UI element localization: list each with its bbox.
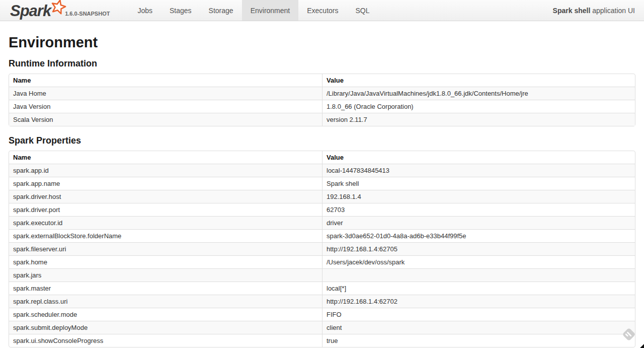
- runtime-information-table: NameValueJava Home/Library/Java/JavaVirt…: [9, 74, 635, 126]
- name-cell: spark.executor.id: [9, 216, 322, 229]
- spark-logo: Spark: [10, 4, 65, 19]
- value-cell: local-1447834845413: [322, 164, 635, 177]
- section-title-spark-properties: Spark Properties: [9, 135, 635, 146]
- name-cell: spark.app.id: [9, 164, 322, 177]
- tab-environment[interactable]: Environment: [242, 0, 299, 21]
- name-cell: Scala Version: [9, 113, 322, 126]
- spark-version-label: 1.6.0-SNAPSHOT: [65, 11, 110, 19]
- spark-brand-link[interactable]: Spark 1.6.0-SNAPSHOT: [10, 0, 110, 21]
- value-cell: 1.8.0_66 (Oracle Corporation): [322, 100, 635, 113]
- value-cell: driver: [322, 216, 635, 229]
- table-row: spark.driver.host192.168.1.4: [9, 190, 635, 203]
- table-header-row: NameValue: [9, 151, 635, 164]
- value-cell: version 2.11.7: [322, 113, 635, 126]
- name-cell: spark.master: [9, 282, 322, 295]
- table-row: spark.repl.class.urihttp://192.168.1.4:6…: [9, 295, 635, 308]
- table-row: Scala Versionversion 2.11.7: [9, 113, 635, 126]
- column-header-name[interactable]: Name: [9, 74, 322, 87]
- name-cell: spark.home: [9, 255, 322, 268]
- spark-star-icon: [50, 0, 67, 16]
- value-cell: local[*]: [322, 282, 635, 295]
- table-row: spark.fileserver.urihttp://192.168.1.4:6…: [9, 242, 635, 255]
- table-row: Java Version1.8.0_66 (Oracle Corporation…: [9, 100, 635, 113]
- feedly-mini-icon[interactable]: [621, 327, 636, 342]
- name-cell: spark.ui.showConsoleProgress: [9, 334, 322, 347]
- spark-logo-text: Spark: [10, 2, 51, 20]
- column-header-value[interactable]: Value: [322, 74, 635, 87]
- application-title: Spark shell application UI: [553, 7, 635, 15]
- value-cell: FIFO: [322, 308, 635, 321]
- name-cell: spark.driver.host: [9, 190, 322, 203]
- tab-storage[interactable]: Storage: [200, 0, 242, 21]
- tab-executors[interactable]: Executors: [298, 0, 347, 21]
- value-cell: /Users/jacek/dev/oss/spark: [322, 255, 635, 268]
- name-cell: spark.jars: [9, 268, 322, 282]
- top-navbar: Spark 1.6.0-SNAPSHOT Jobs Stages Storage…: [0, 0, 644, 21]
- application-name: Spark shell: [553, 7, 591, 15]
- value-cell: http://192.168.1.4:62702: [322, 295, 635, 308]
- name-cell: spark.repl.class.uri: [9, 295, 322, 308]
- column-header-name[interactable]: Name: [9, 151, 322, 164]
- table-row: spark.externalBlockStore.folderNamespark…: [9, 229, 635, 242]
- value-cell: http://192.168.1.4:62705: [322, 242, 635, 255]
- table-header-row: NameValue: [9, 74, 635, 87]
- value-cell: spark-3d0ae652-01d0-4a8a-ad6b-e33b44f99f…: [322, 229, 635, 242]
- value-cell: Spark shell: [322, 177, 635, 190]
- table-row: spark.app.idlocal-1447834845413: [9, 164, 635, 177]
- table-row: spark.scheduler.modeFIFO: [9, 308, 635, 321]
- name-cell: spark.fileserver.uri: [9, 242, 322, 255]
- table-row: spark.home/Users/jacek/dev/oss/spark: [9, 255, 635, 268]
- tab-sql[interactable]: SQL: [347, 0, 378, 21]
- table-row: spark.submit.deployModeclient: [9, 321, 635, 334]
- value-cell: 192.168.1.4: [322, 190, 635, 203]
- name-cell: spark.scheduler.mode: [9, 308, 322, 321]
- environment-page: Environment Runtime Information NameValu…: [0, 34, 644, 347]
- table-row: spark.app.nameSpark shell: [9, 177, 635, 190]
- cursor-arrow-fragment: [640, 344, 644, 348]
- name-cell: spark.app.name: [9, 177, 322, 190]
- column-header-value[interactable]: Value: [322, 151, 635, 164]
- table-row: spark.jars: [9, 268, 635, 282]
- table-row: Java Home/Library/Java/JavaVirtualMachin…: [9, 87, 635, 100]
- tab-stages[interactable]: Stages: [161, 0, 200, 21]
- name-cell: Java Home: [9, 87, 322, 100]
- name-cell: Java Version: [9, 100, 322, 113]
- table-row: spark.ui.showConsoleProgresstrue: [9, 334, 635, 347]
- nav-tab-bar: Jobs Stages Storage Environment Executor…: [129, 0, 378, 21]
- spark-properties-table: NameValuespark.app.idlocal-1447834845413…: [9, 151, 635, 347]
- name-cell: spark.submit.deployMode: [9, 321, 322, 334]
- value-cell: true: [322, 334, 635, 347]
- application-title-suffix: application UI: [590, 7, 635, 15]
- value-cell: [322, 268, 635, 282]
- value-cell: 62703: [322, 203, 635, 216]
- value-cell: /Library/Java/JavaVirtualMachines/jdk1.8…: [322, 87, 635, 100]
- section-title-runtime-information: Runtime Information: [9, 58, 635, 69]
- name-cell: spark.externalBlockStore.folderName: [9, 229, 322, 242]
- page-title: Environment: [9, 34, 635, 50]
- tab-jobs[interactable]: Jobs: [129, 0, 161, 21]
- value-cell: client: [322, 321, 635, 334]
- table-row: spark.driver.port62703: [9, 203, 635, 216]
- table-row: spark.masterlocal[*]: [9, 282, 635, 295]
- name-cell: spark.driver.port: [9, 203, 322, 216]
- table-row: spark.executor.iddriver: [9, 216, 635, 229]
